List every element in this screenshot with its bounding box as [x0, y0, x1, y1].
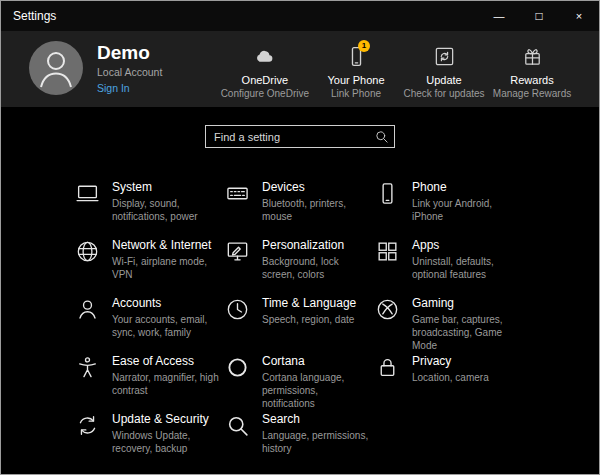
category-title: Cortana [262, 354, 375, 368]
search-row [1, 107, 599, 148]
category-cortana[interactable]: CortanaCortana language, permissions, no… [225, 354, 375, 398]
user-block: Demo Local Account Sign In [29, 41, 162, 96]
category-subtitle: Cortana language, permissions, notificat… [262, 371, 375, 410]
user-name: Demo [97, 42, 162, 64]
search-icon[interactable] [374, 129, 389, 144]
devices-icon [225, 181, 250, 206]
category-time-language[interactable]: Time & LanguageSpeech, region, date [225, 296, 375, 340]
quick-action-your-phone[interactable]: 1Your PhoneLink Phone [315, 43, 397, 99]
category-title: System [112, 180, 225, 194]
quick-action-sublabel: Configure OneDrive [221, 88, 309, 99]
quick-action-update[interactable]: UpdateCheck for updates [403, 43, 485, 99]
accounts-icon [75, 297, 100, 322]
quick-action-label: OneDrive [221, 74, 309, 86]
category-personalization[interactable]: PersonalizationBackground, lock screen, … [225, 238, 375, 282]
category-title: Network & Internet [112, 238, 225, 252]
category-update-security[interactable]: Update & SecurityWindows Update, recover… [75, 412, 225, 456]
category-search[interactable]: SearchLanguage, permissions, history [225, 412, 375, 456]
category-text: SearchLanguage, permissions, history [262, 412, 375, 455]
category-subtitle: Bluetooth, printers, mouse [262, 197, 375, 223]
category-text: AccountsYour accounts, email, sync, work… [112, 296, 225, 339]
quick-action-onedrive[interactable]: OneDriveConfigure OneDrive [221, 43, 309, 99]
categories-grid: SystemDisplay, sound, notifications, pow… [1, 180, 599, 456]
category-text: Update & SecurityWindows Update, recover… [112, 412, 225, 455]
category-title: Accounts [112, 296, 225, 310]
category-subtitle: Speech, region, date [262, 313, 358, 326]
category-subtitle: Background, lock screen, colors [262, 255, 375, 281]
header: Demo Local Account Sign In OneDriveConfi… [1, 31, 599, 107]
search-box [205, 125, 395, 148]
ease-of-access-icon [75, 355, 100, 380]
category-subtitle: Game bar, captures, broadcasting, Game M… [412, 313, 525, 352]
category-title: Gaming [412, 296, 525, 310]
time-language-icon [225, 297, 250, 322]
account-type: Local Account [97, 66, 162, 78]
category-gaming[interactable]: GamingGame bar, captures, broadcasting, … [375, 296, 525, 340]
category-ease-of-access[interactable]: Ease of AccessNarrator, magnifier, high … [75, 354, 225, 398]
quick-action-sublabel: Manage Rewards [491, 88, 573, 99]
category-text: GamingGame bar, captures, broadcasting, … [412, 296, 525, 352]
settings-window: Settings — □ × Demo Local Account Sign I… [0, 0, 600, 475]
quick-action-sublabel: Check for updates [403, 88, 485, 99]
cloud-icon [221, 43, 309, 70]
category-accounts[interactable]: AccountsYour accounts, email, sync, work… [75, 296, 225, 340]
category-subtitle: Windows Update, recovery, backup [112, 429, 225, 455]
titlebar: Settings — □ × [1, 1, 599, 31]
quick-action-sublabel: Link Phone [315, 88, 397, 99]
category-text: AppsUninstall, defaults, optional featur… [412, 238, 525, 281]
category-text: SystemDisplay, sound, notifications, pow… [112, 180, 225, 223]
quick-action-label: Rewards [491, 74, 573, 86]
category-subtitle: Your accounts, email, sync, work, family [112, 313, 225, 339]
category-network-internet[interactable]: Network & InternetWi-Fi, airplane mode, … [75, 238, 225, 282]
category-text: PrivacyLocation, camera [412, 354, 493, 384]
category-text: Time & LanguageSpeech, region, date [262, 296, 358, 326]
window-controls: — □ × [479, 1, 599, 31]
category-title: Phone [412, 180, 525, 194]
category-text: PhoneLink your Android, iPhone [412, 180, 525, 223]
category-title: Personalization [262, 238, 375, 252]
category-subtitle: Wi-Fi, airplane mode, VPN [112, 255, 225, 281]
maximize-button[interactable]: □ [519, 1, 559, 31]
privacy-icon [375, 355, 400, 380]
gaming-icon [375, 297, 400, 322]
category-system[interactable]: SystemDisplay, sound, notifications, pow… [75, 180, 225, 224]
sign-in-link[interactable]: Sign In [97, 82, 130, 94]
category-title: Devices [262, 180, 375, 194]
category-title: Privacy [412, 354, 493, 368]
category-privacy[interactable]: PrivacyLocation, camera [375, 354, 525, 398]
quick-action-label: Update [403, 74, 485, 86]
category-devices[interactable]: DevicesBluetooth, printers, mouse [225, 180, 375, 224]
search-input[interactable] [205, 125, 395, 148]
category-text: DevicesBluetooth, printers, mouse [262, 180, 375, 223]
window-title: Settings [13, 9, 56, 23]
category-subtitle: Narrator, magnifier, high contrast [112, 371, 225, 397]
quick-action-label: Your Phone [315, 74, 397, 86]
minimize-button[interactable]: — [479, 1, 519, 31]
category-subtitle: Link your Android, iPhone [412, 197, 525, 223]
cortana-icon [225, 355, 250, 380]
category-subtitle: Location, camera [412, 371, 493, 384]
phone-outline-icon: 1 [315, 43, 397, 70]
user-info: Demo Local Account Sign In [97, 41, 162, 96]
category-title: Apps [412, 238, 525, 252]
close-button[interactable]: × [559, 1, 599, 31]
apps-icon [375, 239, 400, 264]
category-phone[interactable]: PhoneLink your Android, iPhone [375, 180, 525, 224]
update-security-icon [75, 413, 100, 438]
notification-badge: 1 [358, 40, 370, 52]
search-icon [225, 413, 250, 438]
category-subtitle: Display, sound, notifications, power [112, 197, 225, 223]
category-apps[interactable]: AppsUninstall, defaults, optional featur… [375, 238, 525, 282]
avatar[interactable] [29, 41, 83, 95]
network-icon [75, 239, 100, 264]
category-text: Network & InternetWi-Fi, airplane mode, … [112, 238, 225, 281]
category-text: PersonalizationBackground, lock screen, … [262, 238, 375, 281]
person-icon [29, 41, 83, 95]
category-text: CortanaCortana language, permissions, no… [262, 354, 375, 410]
category-subtitle: Uninstall, defaults, optional features [412, 255, 525, 281]
sync-icon [403, 43, 485, 70]
rewards-icon [491, 43, 573, 70]
category-title: Time & Language [262, 296, 358, 310]
quick-actions: OneDriveConfigure OneDrive1Your PhoneLin… [221, 41, 573, 99]
quick-action-rewards[interactable]: RewardsManage Rewards [491, 43, 573, 99]
